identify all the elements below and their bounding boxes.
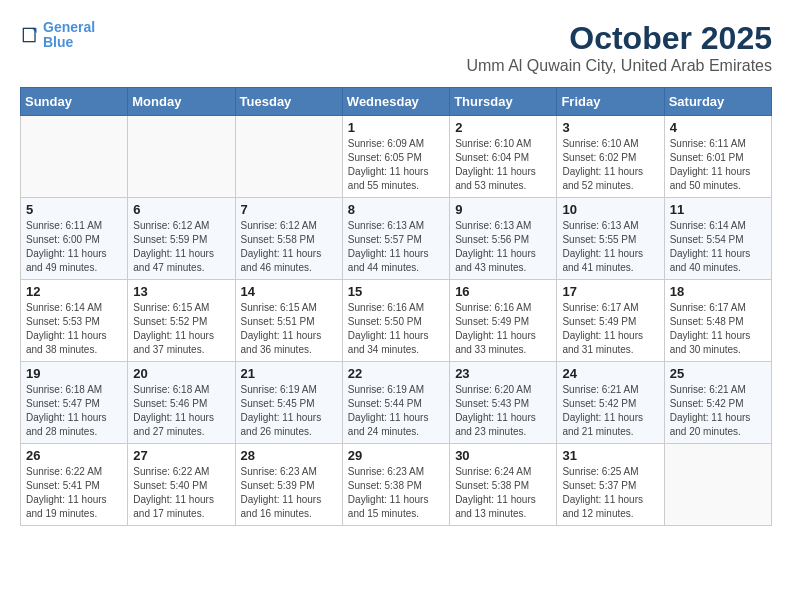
day-info: Sunrise: 6:17 AMSunset: 5:49 PMDaylight:… [562,301,658,357]
title-section: October 2025 Umm Al Quwain City, United … [466,20,772,75]
calendar-day-6: 6Sunrise: 6:12 AMSunset: 5:59 PMDaylight… [128,198,235,280]
page-header: General Blue October 2025 Umm Al Quwain … [20,20,772,79]
calendar-week-row: 19Sunrise: 6:18 AMSunset: 5:47 PMDayligh… [21,362,772,444]
calendar-day-8: 8Sunrise: 6:13 AMSunset: 5:57 PMDaylight… [342,198,449,280]
day-number: 8 [348,202,444,217]
day-info: Sunrise: 6:24 AMSunset: 5:38 PMDaylight:… [455,465,551,521]
day-info: Sunrise: 6:13 AMSunset: 5:57 PMDaylight:… [348,219,444,275]
day-number: 19 [26,366,122,381]
calendar-day-7: 7Sunrise: 6:12 AMSunset: 5:58 PMDaylight… [235,198,342,280]
calendar-day-21: 21Sunrise: 6:19 AMSunset: 5:45 PMDayligh… [235,362,342,444]
day-number: 15 [348,284,444,299]
logo-icon [20,25,40,45]
day-info: Sunrise: 6:23 AMSunset: 5:39 PMDaylight:… [241,465,337,521]
weekday-header-saturday: Saturday [664,88,771,116]
day-number: 22 [348,366,444,381]
calendar-week-row: 26Sunrise: 6:22 AMSunset: 5:41 PMDayligh… [21,444,772,526]
weekday-header-sunday: Sunday [21,88,128,116]
day-info: Sunrise: 6:15 AMSunset: 5:52 PMDaylight:… [133,301,229,357]
day-info: Sunrise: 6:21 AMSunset: 5:42 PMDaylight:… [562,383,658,439]
weekday-header-row: SundayMondayTuesdayWednesdayThursdayFrid… [21,88,772,116]
day-number: 6 [133,202,229,217]
svg-marker-0 [32,29,37,34]
day-info: Sunrise: 6:22 AMSunset: 5:40 PMDaylight:… [133,465,229,521]
day-info: Sunrise: 6:16 AMSunset: 5:49 PMDaylight:… [455,301,551,357]
day-info: Sunrise: 6:10 AMSunset: 6:04 PMDaylight:… [455,137,551,193]
calendar-day-12: 12Sunrise: 6:14 AMSunset: 5:53 PMDayligh… [21,280,128,362]
calendar-day-13: 13Sunrise: 6:15 AMSunset: 5:52 PMDayligh… [128,280,235,362]
calendar-day-28: 28Sunrise: 6:23 AMSunset: 5:39 PMDayligh… [235,444,342,526]
day-number: 30 [455,448,551,463]
day-number: 5 [26,202,122,217]
weekday-header-friday: Friday [557,88,664,116]
day-number: 2 [455,120,551,135]
day-info: Sunrise: 6:15 AMSunset: 5:51 PMDaylight:… [241,301,337,357]
calendar-day-23: 23Sunrise: 6:20 AMSunset: 5:43 PMDayligh… [450,362,557,444]
day-number: 3 [562,120,658,135]
day-number: 24 [562,366,658,381]
calendar-day-19: 19Sunrise: 6:18 AMSunset: 5:47 PMDayligh… [21,362,128,444]
day-number: 10 [562,202,658,217]
day-info: Sunrise: 6:20 AMSunset: 5:43 PMDaylight:… [455,383,551,439]
calendar-day-16: 16Sunrise: 6:16 AMSunset: 5:49 PMDayligh… [450,280,557,362]
day-number: 14 [241,284,337,299]
weekday-header-wednesday: Wednesday [342,88,449,116]
weekday-header-tuesday: Tuesday [235,88,342,116]
calendar-week-row: 1Sunrise: 6:09 AMSunset: 6:05 PMDaylight… [21,116,772,198]
day-info: Sunrise: 6:21 AMSunset: 5:42 PMDaylight:… [670,383,766,439]
calendar-week-row: 12Sunrise: 6:14 AMSunset: 5:53 PMDayligh… [21,280,772,362]
calendar-day-1: 1Sunrise: 6:09 AMSunset: 6:05 PMDaylight… [342,116,449,198]
calendar-table: SundayMondayTuesdayWednesdayThursdayFrid… [20,87,772,526]
day-number: 11 [670,202,766,217]
svg-rect-1 [23,29,35,42]
month-title: October 2025 [466,20,772,57]
day-info: Sunrise: 6:23 AMSunset: 5:38 PMDaylight:… [348,465,444,521]
day-info: Sunrise: 6:14 AMSunset: 5:54 PMDaylight:… [670,219,766,275]
calendar-empty-cell [235,116,342,198]
day-number: 21 [241,366,337,381]
day-number: 16 [455,284,551,299]
calendar-day-3: 3Sunrise: 6:10 AMSunset: 6:02 PMDaylight… [557,116,664,198]
day-info: Sunrise: 6:25 AMSunset: 5:37 PMDaylight:… [562,465,658,521]
weekday-header-thursday: Thursday [450,88,557,116]
calendar-empty-cell [128,116,235,198]
day-number: 12 [26,284,122,299]
calendar-day-24: 24Sunrise: 6:21 AMSunset: 5:42 PMDayligh… [557,362,664,444]
day-number: 4 [670,120,766,135]
calendar-day-27: 27Sunrise: 6:22 AMSunset: 5:40 PMDayligh… [128,444,235,526]
day-info: Sunrise: 6:18 AMSunset: 5:46 PMDaylight:… [133,383,229,439]
day-info: Sunrise: 6:14 AMSunset: 5:53 PMDaylight:… [26,301,122,357]
day-info: Sunrise: 6:13 AMSunset: 5:55 PMDaylight:… [562,219,658,275]
day-number: 7 [241,202,337,217]
day-info: Sunrise: 6:13 AMSunset: 5:56 PMDaylight:… [455,219,551,275]
day-info: Sunrise: 6:12 AMSunset: 5:59 PMDaylight:… [133,219,229,275]
calendar-day-18: 18Sunrise: 6:17 AMSunset: 5:48 PMDayligh… [664,280,771,362]
day-info: Sunrise: 6:16 AMSunset: 5:50 PMDaylight:… [348,301,444,357]
day-info: Sunrise: 6:17 AMSunset: 5:48 PMDaylight:… [670,301,766,357]
day-number: 17 [562,284,658,299]
day-number: 31 [562,448,658,463]
calendar-day-2: 2Sunrise: 6:10 AMSunset: 6:04 PMDaylight… [450,116,557,198]
logo: General Blue [20,20,95,51]
calendar-empty-cell [664,444,771,526]
day-info: Sunrise: 6:11 AMSunset: 6:00 PMDaylight:… [26,219,122,275]
day-info: Sunrise: 6:19 AMSunset: 5:45 PMDaylight:… [241,383,337,439]
day-number: 27 [133,448,229,463]
day-info: Sunrise: 6:10 AMSunset: 6:02 PMDaylight:… [562,137,658,193]
calendar-empty-cell [21,116,128,198]
calendar-day-14: 14Sunrise: 6:15 AMSunset: 5:51 PMDayligh… [235,280,342,362]
calendar-day-5: 5Sunrise: 6:11 AMSunset: 6:00 PMDaylight… [21,198,128,280]
calendar-day-4: 4Sunrise: 6:11 AMSunset: 6:01 PMDaylight… [664,116,771,198]
day-number: 23 [455,366,551,381]
calendar-day-10: 10Sunrise: 6:13 AMSunset: 5:55 PMDayligh… [557,198,664,280]
day-info: Sunrise: 6:18 AMSunset: 5:47 PMDaylight:… [26,383,122,439]
day-info: Sunrise: 6:11 AMSunset: 6:01 PMDaylight:… [670,137,766,193]
day-number: 1 [348,120,444,135]
calendar-day-26: 26Sunrise: 6:22 AMSunset: 5:41 PMDayligh… [21,444,128,526]
day-info: Sunrise: 6:09 AMSunset: 6:05 PMDaylight:… [348,137,444,193]
day-number: 29 [348,448,444,463]
day-info: Sunrise: 6:19 AMSunset: 5:44 PMDaylight:… [348,383,444,439]
calendar-day-17: 17Sunrise: 6:17 AMSunset: 5:49 PMDayligh… [557,280,664,362]
day-info: Sunrise: 6:12 AMSunset: 5:58 PMDaylight:… [241,219,337,275]
day-number: 26 [26,448,122,463]
